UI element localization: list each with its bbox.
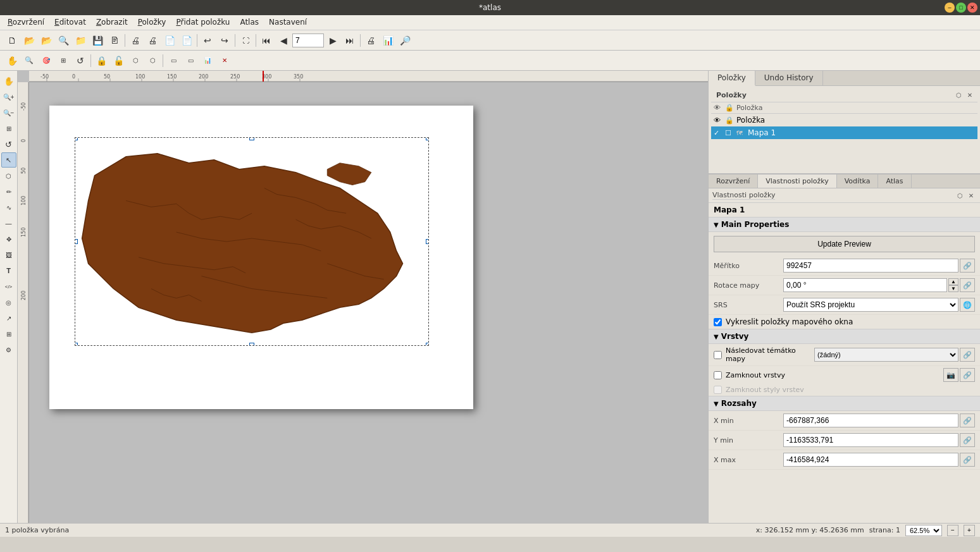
refresh-lt[interactable]: ↺ xyxy=(1,137,16,152)
map-element[interactable] xyxy=(75,137,429,346)
menu-pridat[interactable]: Přidat položku xyxy=(171,16,235,28)
rotace-lock-btn[interactable]: 🔗 xyxy=(960,278,975,292)
text-lt[interactable]: T xyxy=(1,263,16,278)
prev-page-button[interactable]: ◀ xyxy=(275,32,292,49)
folder-button[interactable]: 📁 xyxy=(72,32,89,49)
rect-btn[interactable]: ▭ xyxy=(165,52,182,69)
select2-btn[interactable]: ⬡ xyxy=(144,52,161,69)
export-button[interactable]: 📄 xyxy=(161,32,178,49)
zamknout-cam-btn[interactable]: 📷 xyxy=(943,368,958,382)
items-close-icon[interactable]: ✕ xyxy=(965,90,975,101)
export2-button[interactable]: 📄 xyxy=(178,32,195,49)
zoom-reset-btn[interactable]: 🎯 xyxy=(38,52,54,69)
handle-mr[interactable] xyxy=(426,239,429,244)
zoom-select[interactable]: 62.5% xyxy=(905,525,942,536)
redo-button[interactable]: ↪ xyxy=(216,32,233,49)
rotace-down[interactable]: ▼ xyxy=(948,285,958,292)
temato-btn[interactable]: 🔗 xyxy=(960,348,975,362)
image-lt[interactable]: 🖼 xyxy=(1,247,16,262)
ymin-input[interactable] xyxy=(783,433,958,447)
handle-br[interactable] xyxy=(426,343,429,346)
tab-rozvreni-props[interactable]: Rozvržení xyxy=(709,175,758,188)
xmin-input[interactable] xyxy=(783,414,958,427)
minimize-button[interactable]: – xyxy=(945,3,955,13)
menu-rozvreni[interactable]: Rozvržení xyxy=(3,16,49,28)
tab-vlastnosti[interactable]: Vlastnosti položky xyxy=(758,175,836,188)
page-number-input[interactable]: 7 xyxy=(292,34,324,47)
temato-checkbox[interactable] xyxy=(714,351,722,359)
items-float-icon[interactable]: ⬡ xyxy=(953,90,964,101)
select-lt[interactable]: ↖ xyxy=(1,152,16,168)
zamknout-checkbox[interactable] xyxy=(714,371,722,379)
atlas-lt[interactable]: ⚙ xyxy=(1,342,16,357)
select2-lt[interactable]: ⬡ xyxy=(1,168,16,183)
zoom-in-btn[interactable]: 🔍 xyxy=(21,52,37,69)
ymin-btn[interactable]: 🔗 xyxy=(960,433,975,447)
handle-tl[interactable] xyxy=(75,137,78,140)
nodes-lt[interactable]: ✏ xyxy=(1,184,16,199)
print3-button[interactable]: 🖨 xyxy=(363,32,379,49)
refresh-btn[interactable]: ↺ xyxy=(72,52,89,69)
rotace-up[interactable]: ▲ xyxy=(948,278,958,285)
handle-tr[interactable] xyxy=(426,137,429,140)
chart-btn[interactable]: 📊 xyxy=(199,52,216,69)
handle-ml[interactable] xyxy=(75,239,78,244)
update-preview-button[interactable]: Update Preview xyxy=(714,236,975,252)
handle-tm[interactable] xyxy=(249,137,254,140)
menu-editovat[interactable]: Editovat xyxy=(49,16,91,28)
srs-select[interactable]: Použít SRS projektu xyxy=(783,298,958,312)
first-page-button[interactable]: ⏮ xyxy=(258,32,275,49)
handle-bl[interactable] xyxy=(75,343,78,346)
zamknout-lock2-btn[interactable]: 🔗 xyxy=(960,368,975,382)
select-btn[interactable]: ⬡ xyxy=(127,52,144,69)
undo-button[interactable]: ↩ xyxy=(199,32,216,49)
temato-select[interactable]: (žádný) xyxy=(814,348,958,362)
srs-btn[interactable]: 🌐 xyxy=(960,298,975,312)
temato-label[interactable]: Následovat témátko mapy xyxy=(726,347,814,363)
vykreslit-checkbox[interactable] xyxy=(714,318,722,326)
fit-button[interactable]: ⛶ xyxy=(237,32,254,49)
save-button[interactable]: 💾 xyxy=(89,32,106,49)
section-main-properties[interactable]: ▼ Main Properties xyxy=(709,217,980,232)
table-lt[interactable]: ⊞ xyxy=(1,326,16,341)
close-button[interactable]: ✕ xyxy=(967,3,977,13)
next-page-button[interactable]: ▶ xyxy=(325,32,341,49)
new-button[interactable]: 🗋 xyxy=(4,32,20,49)
zamknout-styly-checkbox[interactable] xyxy=(714,386,722,394)
smooth-lt[interactable]: ∿ xyxy=(1,200,16,215)
tab-undo-history[interactable]: Undo History xyxy=(755,71,823,85)
circle-lt[interactable]: ◎ xyxy=(1,295,16,310)
tab-atlas-props[interactable]: Atlas xyxy=(878,175,911,188)
menu-zobrazit[interactable]: Zobrazit xyxy=(91,16,133,28)
section-rozsahy[interactable]: ▼ Rozsahy xyxy=(709,396,980,411)
maximize-button[interactable]: □ xyxy=(956,3,966,13)
zoom-in-lt[interactable]: 🔍+ xyxy=(1,89,16,104)
section-vrstvy[interactable]: ▼ Vrstvy xyxy=(709,329,980,344)
zamknout-label[interactable]: Zamknout vrstvy xyxy=(726,371,942,379)
delete-btn[interactable]: ✕ xyxy=(216,52,233,69)
pan-tool-btn[interactable]: ✋ xyxy=(4,52,20,69)
handle-bm[interactable] xyxy=(249,343,254,346)
save-as-button[interactable]: 🖹 xyxy=(106,32,123,49)
rotace-input[interactable] xyxy=(783,278,947,292)
print2-button[interactable]: 🖨 xyxy=(144,32,161,49)
atlas-settings-button[interactable]: 📊 xyxy=(380,32,396,49)
open-recent-button[interactable]: 📂 xyxy=(38,32,54,49)
xmax-btn[interactable]: 🔗 xyxy=(960,453,975,467)
pan-lt-btn[interactable]: ✋ xyxy=(1,73,16,89)
move-lt[interactable]: ✥ xyxy=(1,231,16,247)
vykreslit-label[interactable]: Vykreslit položky mapového okna xyxy=(726,317,853,326)
zoom-out-status-btn[interactable]: − xyxy=(947,525,958,536)
items-row-polozka[interactable]: 👁 🔒 Položka xyxy=(711,114,977,126)
meritko-lock-btn[interactable]: 🔗 xyxy=(960,259,975,273)
menu-atlas[interactable]: Atlas xyxy=(235,16,264,28)
tab-polozky[interactable]: Položky xyxy=(709,71,755,86)
canvas-area[interactable]: -50 0 50 100 150 200 250 300 350 xyxy=(18,71,708,523)
line-lt[interactable]: — xyxy=(1,216,16,231)
open-button[interactable]: 📂 xyxy=(21,32,37,49)
props-close-icon[interactable]: ✕ xyxy=(966,190,976,200)
xmin-btn[interactable]: 🔗 xyxy=(960,414,975,427)
menu-nastaveni[interactable]: Nastavení xyxy=(264,16,312,28)
zoom-fit-lt[interactable]: ⊞ xyxy=(1,121,16,136)
props-float-icon[interactable]: ⬡ xyxy=(955,190,965,200)
